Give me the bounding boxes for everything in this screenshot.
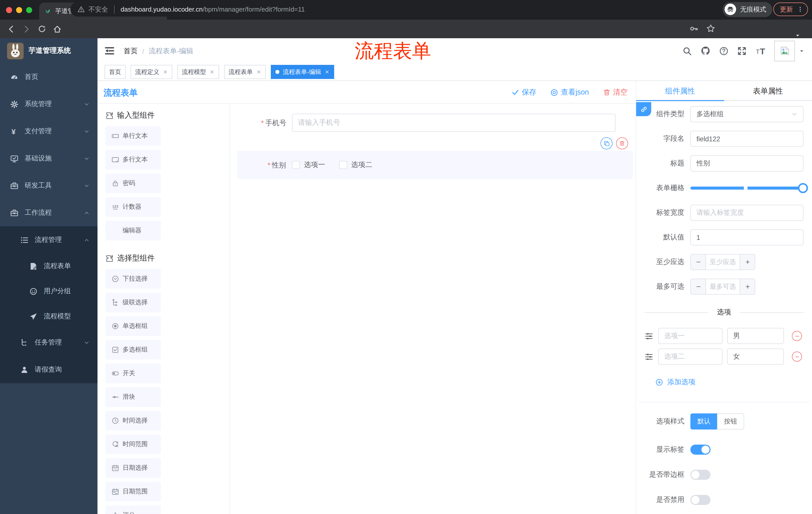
increase-button[interactable] [740,279,755,294]
hamburger-icon[interactable] [105,46,115,56]
sidebar-item-home[interactable]: 首页 [0,63,97,90]
user-menu-caret-icon[interactable] [800,49,804,53]
checkbox-option-选项二[interactable]: 选项二 [339,160,372,169]
option-name-input[interactable]: 选项二 [658,349,723,364]
link-drawer-tab[interactable] [636,102,651,116]
decrease-button[interactable] [691,254,706,270]
remove-option-button[interactable] [792,331,802,341]
sidebar-item-devtools[interactable]: 研发工具 [0,172,97,199]
palette-item-级联选择[interactable]: 级联选择 [106,293,161,312]
palette-item-单选框组[interactable]: 单选框组 [106,316,161,336]
close-window-button[interactable] [6,7,12,13]
add-option-button[interactable]: 添加选项 [655,378,812,387]
delete-component-button[interactable] [616,137,628,150]
tag-首页[interactable]: 首页 [105,65,126,79]
browser-menu-icon[interactable] [797,6,804,12]
palette-item-日期选择[interactable]: 日期选择 [106,458,161,478]
palette-item-多选框组[interactable]: 多选框组 [106,340,161,360]
component-type-select[interactable]: 多选框组 [690,106,804,122]
save-button[interactable]: 保存 [512,87,536,97]
default-value-input[interactable]: 1 [690,229,804,245]
checkbox[interactable] [292,161,300,169]
palette-item-编辑器[interactable]: 编辑器 [106,221,161,240]
phone-input[interactable]: 请输入手机号 [292,114,615,132]
clear-button[interactable]: 清空 [603,87,628,97]
sidebar-item-task-mgmt[interactable]: 任务管理 [0,329,97,356]
help-icon[interactable] [719,46,729,56]
palette-item-多行文本[interactable]: 多行文本 [106,150,161,169]
max-count-input[interactable]: 最多可选 [706,279,740,294]
github-icon[interactable] [700,46,710,56]
font-size-icon[interactable]: TT [755,46,766,56]
option-value-input[interactable]: 男 [727,328,784,344]
tab-组件属性[interactable]: 组件属性 [636,81,724,101]
tag-close-icon[interactable] [163,70,168,75]
show-label-toggle[interactable] [690,444,710,455]
option-name-input[interactable]: 选项一 [658,328,723,344]
sidebar-item-process-form[interactable]: 流程表单 [0,253,97,279]
tag-close-icon[interactable] [325,70,330,75]
border-toggle[interactable] [690,470,710,480]
sidebar-item-process-mgmt[interactable]: 流程管理 [0,226,97,253]
search-icon[interactable] [683,46,692,56]
selected-component[interactable]: *性别 选项一选项二 [237,151,633,179]
option-value-input[interactable]: 女 [727,349,784,364]
view-json-button[interactable]: 查看json [550,87,589,97]
palette-item-计数器[interactable]: 123计数器 [106,197,161,217]
checkbox-option-选项一[interactable]: 选项一 [292,160,325,169]
back-icon[interactable] [6,24,16,33]
sidebar-item-user-group[interactable]: 用户分组 [0,279,97,304]
slider-handle[interactable] [798,183,808,193]
copy-component-button[interactable] [601,137,612,150]
increase-button[interactable] [740,254,755,270]
fullscreen-icon[interactable] [737,46,747,56]
tab-表单属性[interactable]: 表单属性 [724,81,812,101]
caret-down-icon[interactable] [795,33,800,38]
sidebar-item-infra[interactable]: 基础设施 [0,145,97,172]
breadcrumb-home[interactable]: 首页 [124,47,138,56]
palette-item-评分[interactable]: 评分 [106,506,161,514]
bookmark-star-icon[interactable] [706,24,716,33]
palette-item-日期范围[interactable]: 日期范围 [106,482,161,502]
sidebar-item-system[interactable]: 系统管理 [0,90,97,118]
address-bar[interactable]: 不安全 dashboard.yudao.iocoder.cn/bpm/manag… [70,2,661,17]
avatar[interactable] [774,40,795,61]
palette-item-时间选择[interactable]: 时间选择 [106,411,161,431]
style-option-按钮[interactable]: 按钮 [717,413,744,430]
reload-icon[interactable] [38,25,46,33]
home-icon[interactable] [53,24,62,33]
drag-handle-icon[interactable] [645,352,653,361]
palette-item-下拉选择[interactable]: 下拉选择 [106,269,161,289]
label-width-input[interactable]: 请输入标签宽度 [690,205,804,221]
browser-update-button[interactable]: 更新 [773,2,808,16]
tag-流程定义[interactable]: 流程定义 [130,65,172,79]
password-key-icon[interactable] [689,24,698,33]
sidebar-logo[interactable]: 芋道管理系统 [0,38,97,63]
sidebar-item-payment[interactable]: ¥支付管理 [0,118,97,145]
style-option-默认[interactable]: 默认 [690,413,717,430]
decrease-button[interactable] [691,279,706,294]
palette-item-滑块[interactable]: 滑块 [106,387,161,407]
palette-item-密码[interactable]: 密码 [106,173,161,193]
drag-handle-icon[interactable] [645,332,653,340]
tag-close-icon[interactable] [256,70,261,75]
palette-item-单行文本[interactable]: 单行文本 [106,126,161,146]
sidebar-item-workflow[interactable]: 工作流程 [0,199,97,226]
min-count-input[interactable]: 至少应选 [706,254,740,270]
field-name-input[interactable]: field122 [690,131,804,147]
minimize-window-button[interactable] [16,7,22,13]
maximize-window-button[interactable] [26,7,32,13]
grid-slider[interactable] [690,187,804,190]
sidebar-item-process-model[interactable]: 流程模型 [0,304,97,329]
tag-流程表单-编辑[interactable]: 流程表单-编辑 [271,65,334,79]
tag-流程表单[interactable]: 流程表单 [224,65,266,79]
remove-option-button[interactable] [792,352,802,361]
disabled-toggle[interactable] [690,495,710,505]
forward-icon[interactable] [22,24,31,33]
palette-item-开关[interactable]: 开关 [106,363,161,383]
title-input[interactable]: 性别 [690,155,804,171]
tag-close-icon[interactable] [209,70,214,75]
sidebar-item-leave-query[interactable]: 请假查询 [0,356,97,383]
palette-item-时间范围[interactable]: 时间范围 [106,435,161,454]
tag-流程模型[interactable]: 流程模型 [177,65,219,79]
